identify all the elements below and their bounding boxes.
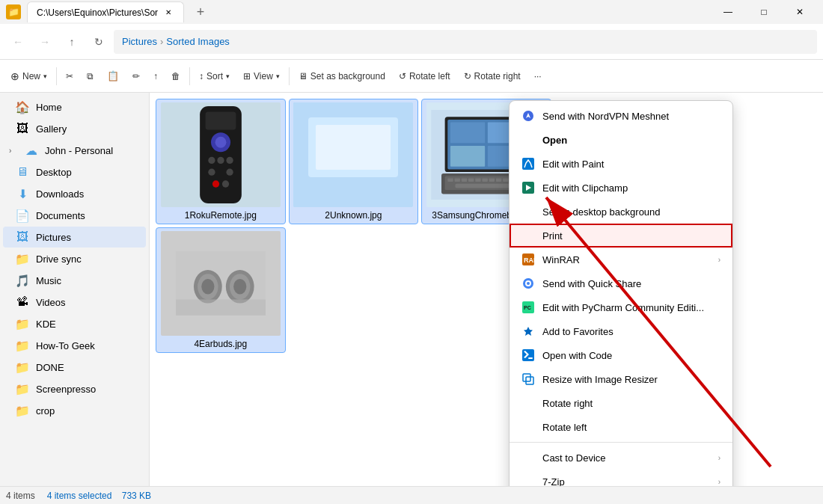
cm-item-nordvpn[interactable]: Send with NordVPN Meshnet xyxy=(510,104,732,128)
roku-remote-svg xyxy=(191,106,251,203)
cm-item-rotate-right[interactable]: Rotate right xyxy=(510,391,732,415)
set-bg-button[interactable]: 🖥 Set as background xyxy=(293,64,391,88)
sidebar-item-videos[interactable]: 📽 Videos 📌 xyxy=(3,292,146,313)
back-button[interactable]: ← xyxy=(6,30,30,54)
sidebar-item-gallery-label: Gallery xyxy=(36,123,67,135)
new-tab-button[interactable]: + xyxy=(190,1,211,22)
sidebar-item-home[interactable]: 🏠 Home 📌 xyxy=(3,96,146,117)
sidebar-item-done[interactable]: 📁 DONE 📌 xyxy=(3,357,146,378)
more-button[interactable]: ··· xyxy=(528,64,548,88)
sidebar-item-how-to-geek[interactable]: 📁 How-To Geek 📌 xyxy=(3,335,146,356)
quick-share-icon xyxy=(521,277,535,290)
desktop-bg-icon xyxy=(521,205,535,218)
cm-item-pycharm[interactable]: PC Edit with PyCharm Community Editi... xyxy=(510,295,732,319)
cm-item-print[interactable]: Print xyxy=(510,224,732,248)
cm-item-quick-share[interactable]: Send with Quick Share xyxy=(510,271,732,295)
close-button[interactable]: ✕ xyxy=(783,0,817,24)
new-label: New xyxy=(22,71,40,82)
rename-icon: ✏ xyxy=(132,71,140,82)
file-item-roku[interactable]: 1RokuRemote.jpg xyxy=(156,99,286,224)
rotate-left-button[interactable]: ↺ Rotate left xyxy=(393,64,456,88)
new-button[interactable]: ⊕ New ▾ xyxy=(4,64,53,88)
cm-paint-label: Edit with Paint xyxy=(542,159,720,170)
cm-item-edit-paint[interactable]: Edit with Paint xyxy=(510,152,732,176)
rotate-right-button[interactable]: ↻ Rotate right xyxy=(458,64,527,88)
file-item-earbuds[interactable]: 4Earbuds.jpg xyxy=(156,227,286,353)
sidebar-item-john-label: John - Personal xyxy=(45,145,113,156)
sidebar-item-documents-label: Documents xyxy=(36,210,85,221)
breadcrumb-pictures[interactable]: Pictures xyxy=(122,36,157,47)
sidebar-item-home-label: Home xyxy=(36,102,62,113)
file-name-unknown: 2Unknown.jpg xyxy=(325,210,382,221)
gallery-icon: 🖼 xyxy=(15,122,30,135)
share-icon: ↑ xyxy=(153,71,158,82)
htg-folder-icon: 📁 xyxy=(15,339,30,353)
cm-item-winrar[interactable]: RAR WinRAR › xyxy=(510,248,732,271)
delete-button[interactable]: 🗑 xyxy=(165,64,186,88)
cm-item-7zip[interactable]: 7-Zip › xyxy=(510,470,732,486)
cm-item-rotate-left[interactable]: Rotate left xyxy=(510,415,732,439)
cm-item-clipchamp[interactable]: Edit with Clipchamp xyxy=(510,176,732,200)
file-name-roku: 1RokuRemote.jpg xyxy=(185,210,257,221)
sidebar-item-screenpresso[interactable]: 📁 Screenpresso 📌 xyxy=(3,378,146,399)
sort-button[interactable]: ↕ Sort ▾ xyxy=(193,64,236,88)
sidebar-item-pictures[interactable]: 🖼 Pictures 📌 xyxy=(3,227,146,248)
maximize-button[interactable]: □ xyxy=(747,0,781,24)
svg-rect-41 xyxy=(176,299,266,315)
tab-close-button[interactable]: ✕ xyxy=(162,7,174,19)
copy-button[interactable]: ⧉ xyxy=(81,64,100,88)
sidebar-item-drive-sync[interactable]: 📁 Drive sync 📌 xyxy=(3,248,146,269)
breadcrumb[interactable]: Pictures › Sorted Images xyxy=(114,30,817,54)
svg-rect-23 xyxy=(447,178,453,182)
sidebar-item-kde[interactable]: 📁 KDE 📌 xyxy=(3,313,146,334)
sep1 xyxy=(56,67,57,85)
sidebar-item-pictures-label: Pictures xyxy=(36,232,71,243)
svg-rect-56 xyxy=(526,377,533,384)
refresh-button[interactable]: ↻ xyxy=(87,30,111,54)
clipchamp-icon xyxy=(521,181,535,194)
file-item-unknown[interactable]: 2Unknown.jpg xyxy=(289,99,419,224)
sidebar-item-music[interactable]: 🎵 Music 📌 xyxy=(3,270,146,291)
winrar-icon: RAR xyxy=(521,253,535,266)
cm-item-favorites[interactable]: Add to Favorites xyxy=(510,319,732,343)
svg-point-7 xyxy=(208,169,215,176)
cut-button[interactable]: ✂ xyxy=(60,64,79,88)
pictures-icon: 🖼 xyxy=(15,230,30,244)
share-button[interactable]: ↑ xyxy=(147,64,164,88)
cm-item-image-resizer[interactable]: Resize with Image Resizer xyxy=(510,367,732,391)
paste-button[interactable]: 📋 xyxy=(101,64,125,88)
vscode-icon xyxy=(521,348,535,362)
rotate-right-cm-icon xyxy=(521,396,535,410)
forward-button[interactable]: → xyxy=(33,30,57,54)
cm-item-set-desktop-bg[interactable]: Set as desktop background xyxy=(510,200,732,224)
breadcrumb-sorted-images[interactable]: Sorted Images xyxy=(166,36,230,47)
sidebar-item-desktop[interactable]: 🖥 Desktop 📌 xyxy=(3,162,146,182)
minimize-button[interactable]: — xyxy=(711,0,745,24)
svg-marker-52 xyxy=(524,327,533,336)
sidebar-item-documents[interactable]: 📄 Documents 📌 xyxy=(3,205,146,226)
svg-text:RAR: RAR xyxy=(524,256,534,264)
sidebar-item-downloads[interactable]: ⬇ Downloads 📌 xyxy=(3,183,146,204)
cm-item-open-code[interactable]: Open with Code xyxy=(510,343,732,367)
cm-nordvpn-label: Send with NordVPN Meshnet xyxy=(542,111,720,122)
sort-arrow: ▾ xyxy=(226,73,230,80)
rotate-left-cm-icon xyxy=(521,420,535,434)
sidebar-item-crop-label: crop xyxy=(36,405,55,417)
kde-folder-icon: 📁 xyxy=(15,317,30,331)
rename-button[interactable]: ✏ xyxy=(126,64,146,88)
cm-7zip-label: 7-Zip xyxy=(542,476,711,487)
context-menu: Send with NordVPN Meshnet Open Edit with… xyxy=(509,100,733,486)
status-selected: 4 items selected 733 KB xyxy=(47,491,151,501)
view-button[interactable]: ⊞ View ▾ xyxy=(237,64,286,88)
earbuds-svg xyxy=(176,246,266,321)
cm-item-cast[interactable]: Cast to Device › xyxy=(510,446,732,470)
sidebar-item-john-personal[interactable]: › ☁ John - Personal 📌 xyxy=(3,140,146,161)
sidebar-item-crop[interactable]: 📁 crop 📌 xyxy=(3,400,146,421)
up-button[interactable]: ↑ xyxy=(60,30,84,54)
titlebar: C:\Users\Equinox\Pictures\Sor ✕ + — □ ✕ xyxy=(0,0,823,24)
current-tab[interactable]: C:\Users\Equinox\Pictures\Sor ✕ xyxy=(27,1,184,22)
cm-item-open[interactable]: Open xyxy=(510,128,732,152)
svg-rect-13 xyxy=(316,125,391,170)
svg-rect-17 xyxy=(450,123,485,144)
sidebar-item-gallery[interactable]: 🖼 Gallery 📌 xyxy=(3,118,146,139)
